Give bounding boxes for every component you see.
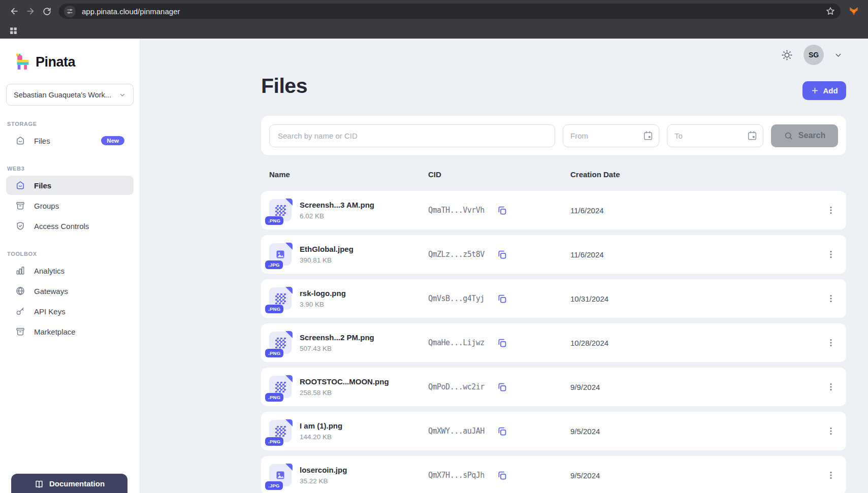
documentation-label: Documentation <box>49 479 105 493</box>
row-menu-button[interactable] <box>824 205 838 215</box>
chevron-down-icon <box>119 91 126 98</box>
date-from-field[interactable] <box>563 124 659 147</box>
browser-reload-button[interactable] <box>39 3 55 19</box>
sidebar-item-label: Access Controls <box>34 222 89 231</box>
search-button[interactable]: Search <box>771 124 838 147</box>
table-row[interactable]: .PNG Screensh...2 PM.png 507.43 KB QmaHe… <box>261 323 846 362</box>
site-settings-icon[interactable] <box>64 6 76 17</box>
file-size: 6.02 KB <box>300 212 374 220</box>
sidebar-item-api-keys[interactable]: API Keys <box>6 302 134 321</box>
file-type-icon: .PNG <box>269 420 292 442</box>
file-name: ROOTSTOC...MOON.png <box>300 377 389 386</box>
row-menu-button[interactable] <box>824 293 838 304</box>
file-name: EthGlobal.jpeg <box>300 245 353 253</box>
table-row[interactable]: .PNG I am (1).png 144.20 KB QmXWY...auJA… <box>261 412 846 450</box>
kebab-menu-icon <box>826 470 836 480</box>
main-content: SG Add Files Search Name <box>140 39 868 493</box>
table-row[interactable]: .JPG EthGlobal.jpeg 390.81 KB QmZLz...z5… <box>261 235 846 274</box>
forward-arrow-icon <box>25 6 36 16</box>
date-to-input[interactable] <box>667 124 763 147</box>
account-menu-button[interactable] <box>834 51 843 59</box>
file-name: I am (1).png <box>300 421 342 430</box>
copy-cid-button[interactable] <box>497 338 507 348</box>
creation-date: 9/5/2024 <box>570 471 824 480</box>
copy-cid-button[interactable] <box>497 293 507 304</box>
folded-corner-icon <box>285 419 293 426</box>
file-type-icon: .PNG <box>269 376 292 398</box>
row-menu-button[interactable] <box>824 338 838 348</box>
plus-icon <box>811 86 819 95</box>
sidebar-item-groups[interactable]: Groups <box>6 196 134 215</box>
new-badge: New <box>101 136 124 145</box>
archive-box-icon <box>15 201 25 211</box>
row-menu-button[interactable] <box>824 470 838 480</box>
sun-icon <box>781 49 793 61</box>
row-menu-button[interactable] <box>824 426 838 436</box>
browser-back-button[interactable] <box>6 3 22 19</box>
back-arrow-icon <box>9 6 19 16</box>
kebab-menu-icon <box>826 382 836 392</box>
sidebar-item-access-controls[interactable]: Access Controls <box>6 216 134 236</box>
pinata-logo: Pinata <box>15 54 140 70</box>
table-row[interactable]: .JPG losercoin.jpg 35.22 KB QmX7H...sPqJ… <box>261 456 846 493</box>
cid-cell: QmXWY...auJAH <box>428 426 570 437</box>
file-ext-badge: .PNG <box>265 349 283 357</box>
bookmark-star-icon[interactable] <box>825 6 835 16</box>
cid-cell: QmZLz...z5t8V <box>428 249 570 260</box>
copy-cid-button[interactable] <box>497 205 507 216</box>
sidebar: Pinata Sebastian Guaqueta's Work... STOR… <box>0 39 140 493</box>
file-ext-badge: .PNG <box>265 305 283 313</box>
file-ext-badge: .JPG <box>265 260 283 269</box>
add-button[interactable]: Add <box>802 81 846 100</box>
row-menu-button[interactable] <box>824 249 838 259</box>
copy-cid-button[interactable] <box>497 470 507 481</box>
book-icon <box>34 479 44 489</box>
image-glyph <box>275 249 285 259</box>
file-size: 3.90 KB <box>300 301 346 308</box>
workspace-selector[interactable]: Sebastian Guaqueta's Work... <box>6 84 134 106</box>
png-checker-glyph <box>275 426 286 437</box>
table-row[interactable]: .PNG Screensh...3 AM.png 6.02 KB QmaTH..… <box>261 191 846 229</box>
sidebar-item-storage-files[interactable]: Files New <box>6 131 134 150</box>
cid-value: QmX7H...sPqJh <box>428 471 485 480</box>
sidebar-item-label: Groups <box>34 202 59 210</box>
file-size: 390.81 KB <box>300 256 353 264</box>
section-label-storage: STORAGE <box>7 121 140 127</box>
copy-cid-button[interactable] <box>497 249 507 260</box>
copy-icon <box>497 338 507 348</box>
creation-date: 11/6/2024 <box>570 206 824 215</box>
column-header-cid: CID <box>428 170 570 179</box>
files-pinnie-icon <box>15 180 25 190</box>
filter-bar: Search <box>261 116 846 155</box>
row-menu-button[interactable] <box>824 382 838 392</box>
cid-value: QmaHe...Lijwz <box>428 338 485 347</box>
folded-corner-icon <box>285 464 293 471</box>
copy-icon <box>497 426 507 437</box>
sidebar-item-label: API Keys <box>34 307 66 316</box>
avatar[interactable]: SG <box>803 45 824 65</box>
date-to-field[interactable] <box>667 124 763 147</box>
file-ext-badge: .PNG <box>265 437 283 446</box>
sidebar-item-web3-files[interactable]: Files <box>6 176 134 195</box>
sidebar-item-marketplace[interactable]: Marketplace <box>6 322 134 341</box>
creation-date: 11/6/2024 <box>570 250 824 259</box>
sidebar-item-label: Gateways <box>34 287 68 295</box>
url-bar[interactable]: app.pinata.cloud/pinmanager <box>59 4 841 19</box>
table-row[interactable]: .PNG rsk-logo.png 3.90 KB QmVsB...g4Tyj <box>261 279 846 318</box>
date-from-input[interactable] <box>563 124 659 147</box>
search-input[interactable] <box>269 124 555 147</box>
copy-cid-button[interactable] <box>497 382 507 392</box>
metamask-extension-icon[interactable] <box>846 3 862 19</box>
sidebar-item-analytics[interactable]: Analytics <box>6 261 134 280</box>
copy-icon <box>497 205 507 216</box>
sidebar-item-gateways[interactable]: Gateways <box>6 281 134 301</box>
creation-date: 9/5/2024 <box>570 427 824 436</box>
theme-toggle-button[interactable] <box>781 49 793 61</box>
browser-forward-button[interactable] <box>22 3 39 19</box>
apps-grid-icon[interactable] <box>5 22 21 39</box>
copy-icon <box>497 382 507 392</box>
documentation-button[interactable]: Documentation <box>11 474 127 493</box>
cid-cell: QmPoD...wc2ir <box>428 382 570 392</box>
table-row[interactable]: .PNG ROOTSTOC...MOON.png 258.58 KB QmPoD… <box>261 368 846 406</box>
copy-cid-button[interactable] <box>497 426 507 437</box>
